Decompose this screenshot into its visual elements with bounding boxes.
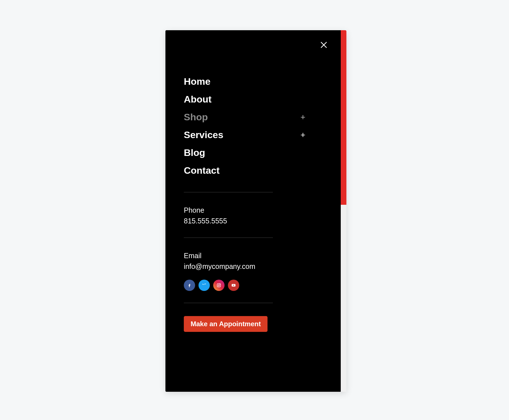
nav-item-home[interactable]: Home <box>184 73 305 90</box>
nav-item-services[interactable]: Services + <box>184 126 305 144</box>
nav-label: Home <box>184 76 210 87</box>
nav-label: Blog <box>184 147 205 158</box>
nav-item-contact[interactable]: Contact <box>184 162 305 179</box>
social-row <box>184 280 322 291</box>
mobile-frame: Home About Shop + Services + Blog Contac… <box>165 30 346 392</box>
email-label: Email <box>184 251 322 261</box>
nav-item-shop[interactable]: Shop + <box>184 108 305 126</box>
email-block: Email info@mycompany.com <box>184 238 322 272</box>
nav-label: About <box>184 94 212 105</box>
instagram-link[interactable] <box>213 280 225 291</box>
contact-section: Phone 815.555.5555 Email info@mycompany.… <box>184 179 322 332</box>
divider <box>184 303 273 303</box>
youtube-icon <box>231 283 236 288</box>
instagram-icon <box>216 283 221 288</box>
phone-block: Phone 815.555.5555 <box>184 192 322 238</box>
phone-value[interactable]: 815.555.5555 <box>184 216 322 227</box>
nav-label: Contact <box>184 165 220 176</box>
phone-label: Phone <box>184 205 322 216</box>
nav-label: Services <box>184 129 223 140</box>
nav-item-blog[interactable]: Blog <box>184 144 305 162</box>
plus-icon[interactable]: + <box>300 131 305 139</box>
make-appointment-button[interactable]: Make an Appointment <box>184 316 268 332</box>
youtube-link[interactable] <box>228 280 239 291</box>
plus-icon[interactable]: + <box>300 113 305 121</box>
twitter-icon <box>202 283 207 288</box>
email-value[interactable]: info@mycompany.com <box>184 261 322 272</box>
svg-point-3 <box>218 284 219 286</box>
menu-panel: Home About Shop + Services + Blog Contac… <box>165 30 341 392</box>
svg-point-4 <box>220 284 220 284</box>
close-icon <box>320 41 327 49</box>
nav-item-about[interactable]: About <box>184 90 305 108</box>
twitter-link[interactable] <box>199 280 210 291</box>
close-button[interactable] <box>319 40 329 50</box>
scrollbar-track[interactable] <box>341 30 346 392</box>
scrollbar-thumb[interactable] <box>341 30 346 205</box>
nav-label: Shop <box>184 112 208 123</box>
facebook-link[interactable] <box>184 280 195 291</box>
main-nav: Home About Shop + Services + Blog Contac… <box>184 73 322 179</box>
facebook-icon <box>187 283 192 288</box>
